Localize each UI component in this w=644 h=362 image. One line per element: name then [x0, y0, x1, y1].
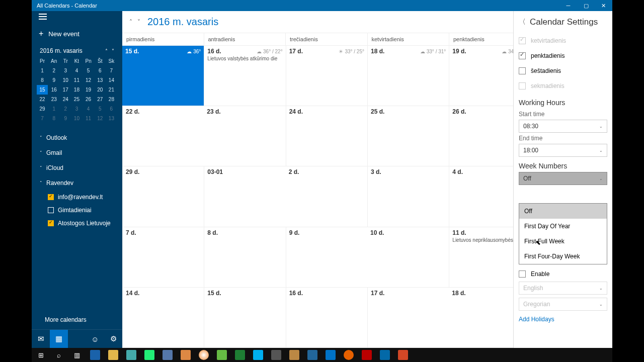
calendar-cell[interactable]: 15 d.☁ 36°	[122, 46, 204, 106]
prev-period-icon[interactable]: ˄	[129, 19, 132, 26]
day-checkbox-row[interactable]: šeštadienis	[519, 63, 607, 78]
mini-day[interactable]: 28	[106, 95, 117, 104]
new-event-button[interactable]: + New event	[32, 22, 122, 45]
mini-day[interactable]: 20	[95, 85, 106, 95]
add-holidays-link[interactable]: Add Holidays	[519, 311, 607, 328]
calendar-checkbox[interactable]	[48, 207, 54, 213]
more-calendars-link[interactable]: More calendars	[32, 310, 122, 329]
calendar-cell[interactable]: 15 d.	[204, 288, 285, 348]
mini-day[interactable]: 24	[60, 95, 71, 104]
mini-day[interactable]: 3	[60, 66, 71, 75]
mail-icon[interactable]: ✉	[32, 330, 50, 348]
calendar-cell[interactable]: 23 d.	[204, 106, 285, 166]
app-icon[interactable]	[285, 348, 303, 362]
mini-day[interactable]: 7	[106, 66, 117, 75]
account-item[interactable]: ˄Ravendev	[34, 175, 120, 191]
calendar-cell[interactable]: 16 d.☁ 36° / 22°Lietuvos valstybės atkūr…	[204, 46, 285, 106]
mini-day[interactable]: 25	[71, 95, 82, 104]
day-checkbox[interactable]	[519, 67, 526, 74]
mini-day[interactable]: 11	[71, 75, 82, 85]
calendar-cell[interactable]: 24 d.	[286, 106, 367, 166]
mini-day[interactable]: 4	[71, 66, 82, 75]
taskview-icon[interactable]: ▥	[68, 348, 86, 362]
app-icon[interactable]	[158, 348, 177, 362]
calendar-cell[interactable]: 17 d.☀ 33° / 25°	[286, 46, 367, 106]
mini-day[interactable]: 2	[48, 66, 60, 75]
mini-day[interactable]: 6	[95, 66, 106, 75]
edge-icon[interactable]	[86, 348, 104, 362]
day-checkbox[interactable]	[519, 52, 526, 59]
calendar-cell[interactable]: 2 d.	[286, 166, 367, 227]
dropdown-option[interactable]: First Full Week	[519, 234, 607, 249]
mini-day[interactable]: 9	[48, 75, 60, 85]
mini-day[interactable]: 8	[37, 75, 48, 85]
mini-day[interactable]: 2	[60, 104, 71, 114]
mini-day[interactable]: 13	[106, 114, 117, 123]
feedback-icon[interactable]: ☺	[86, 330, 104, 348]
account-item[interactable]: ˅Outlook	[34, 130, 120, 145]
app-icon[interactable]	[122, 348, 140, 362]
settings-back-icon[interactable]: 〈	[519, 18, 526, 27]
mini-day[interactable]: 19	[82, 85, 94, 95]
mini-next-icon[interactable]: ˅	[112, 48, 114, 54]
mini-day[interactable]: 5	[82, 66, 94, 75]
maximize-button[interactable]: ▢	[577, 0, 595, 11]
calendar-cell[interactable]: 10 d.	[367, 227, 449, 288]
calendar-item[interactable]: Atostogos Lietuvoje	[34, 217, 120, 230]
mini-day[interactable]: 16	[48, 85, 60, 95]
calendar-cell[interactable]: 8 d.	[204, 227, 285, 288]
explorer-icon[interactable]	[104, 348, 122, 362]
calendar-cell[interactable]: 03-01	[204, 166, 285, 227]
mini-day[interactable]: 18	[71, 85, 82, 95]
search-icon[interactable]: ⌕	[50, 348, 68, 362]
mini-day[interactable]: 10	[60, 75, 71, 85]
calendar-cell[interactable]: 7 d.	[122, 227, 204, 288]
enable-checkbox[interactable]	[519, 270, 526, 278]
dropdown-option[interactable]: First Day Of Year	[519, 219, 607, 234]
app-icon[interactable]	[303, 348, 321, 362]
skype-icon[interactable]	[249, 348, 267, 362]
mini-day[interactable]: 29	[37, 104, 48, 114]
enable-alt-row[interactable]: Enable	[519, 266, 607, 282]
mini-day[interactable]: 4	[82, 104, 94, 114]
mini-day[interactable]: 10	[71, 114, 82, 123]
mini-day[interactable]: 13	[95, 75, 106, 85]
mini-day[interactable]: 6	[106, 104, 117, 114]
mini-day[interactable]: 27	[95, 95, 106, 104]
mini-day[interactable]: 11	[82, 114, 94, 123]
mini-day[interactable]: 22	[37, 95, 48, 104]
mini-day[interactable]: 23	[48, 95, 60, 104]
taskbar[interactable]: ⊞ ⌕ ▥	[32, 348, 612, 362]
mini-day[interactable]: 1	[48, 104, 60, 114]
start-icon[interactable]: ⊞	[32, 348, 50, 362]
week-numbers-select[interactable]: Off⌄	[519, 172, 607, 185]
hamburger-button[interactable]	[32, 11, 122, 22]
calendar-cell[interactable]: 9 d.	[286, 227, 367, 288]
powerpoint-icon[interactable]	[394, 348, 412, 362]
calendar-item[interactable]: Gimtadieniai	[34, 204, 120, 217]
mini-day[interactable]: 12	[82, 75, 94, 85]
next-period-icon[interactable]: ˅	[137, 19, 140, 26]
calendar-checkbox[interactable]	[48, 220, 54, 226]
firefox-icon[interactable]	[340, 348, 358, 362]
mini-day[interactable]: 1	[37, 66, 48, 75]
end-time-select[interactable]: 18:00⌄	[519, 144, 607, 157]
calendar-cell[interactable]: 29 d.	[122, 166, 204, 227]
dropdown-option[interactable]: Off	[519, 204, 607, 219]
start-time-select[interactable]: 08:30⌄	[519, 120, 607, 133]
dropdown-option[interactable]: First Four-Day Week	[519, 249, 607, 264]
mini-day[interactable]: 7	[37, 114, 48, 123]
filezilla-icon[interactable]	[358, 348, 376, 362]
mini-day[interactable]: 8	[48, 114, 60, 123]
mini-day[interactable]: 15	[37, 85, 48, 95]
calendar-cell[interactable]: 22 d.	[122, 106, 204, 166]
mini-day[interactable]: 5	[95, 104, 106, 114]
app-icon[interactable]	[267, 348, 285, 362]
mini-day[interactable]: 12	[95, 114, 106, 123]
calendar-item[interactable]: info@ravendev.lt	[34, 191, 120, 204]
calendar-cell[interactable]: 3 d.	[367, 166, 449, 227]
calendar-cell[interactable]: 14 d.	[122, 288, 204, 348]
mini-day[interactable]: 3	[71, 104, 82, 114]
calendar-checkbox[interactable]	[48, 194, 54, 200]
app-icon[interactable]	[213, 348, 231, 362]
